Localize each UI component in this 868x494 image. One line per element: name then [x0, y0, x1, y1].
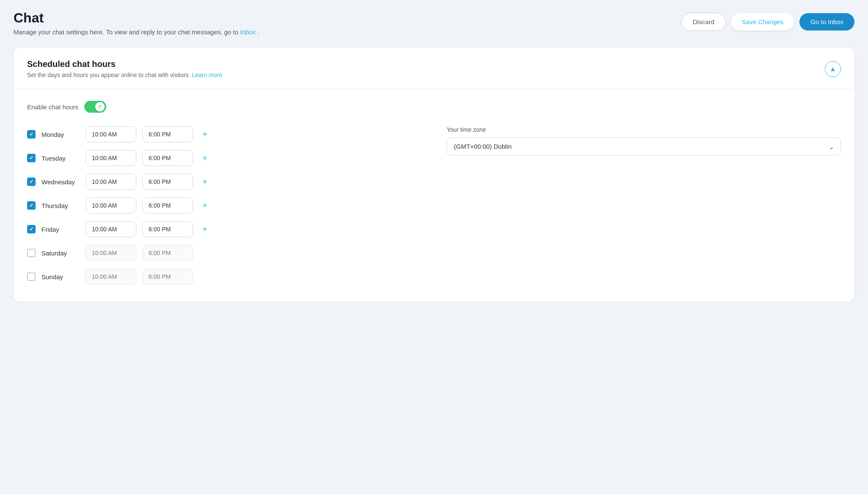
end-time-saturday [142, 245, 193, 261]
inbox-link[interactable]: Inbox [240, 28, 256, 36]
timezone-select[interactable]: (GMT+00:00) Dublin [447, 137, 841, 155]
day-checkbox-sunday[interactable] [27, 272, 36, 281]
day-row: ✓Tuesday+ [27, 150, 421, 166]
toggle-track: ✓ [84, 101, 106, 113]
page-title: Chat [14, 10, 259, 26]
day-name-monday: Monday [41, 131, 80, 138]
day-row: ✓Wednesday+ [27, 174, 421, 190]
subtitle-text: Manage your chat settings here. To view … [14, 28, 238, 36]
start-time-saturday [86, 245, 136, 261]
page-subtitle: Manage your chat settings here. To view … [14, 28, 259, 36]
card-header-text: Scheduled chat hours Set the days and ho… [27, 59, 222, 78]
add-time-tuesday[interactable]: + [199, 152, 211, 164]
start-time-wednesday[interactable] [86, 174, 136, 190]
enable-chat-hours-toggle[interactable]: ✓ [84, 101, 106, 113]
end-time-thursday[interactable] [142, 197, 193, 214]
card-header: Scheduled chat hours Set the days and ho… [14, 47, 854, 89]
start-time-tuesday[interactable] [86, 150, 136, 166]
day-checkbox-monday[interactable]: ✓ [27, 130, 36, 139]
end-time-sunday [142, 269, 193, 285]
schedule-grid: ✓Monday+✓Tuesday+✓Wednesday+✓Thursday+✓F… [27, 126, 841, 285]
day-name-saturday: Saturday [41, 250, 80, 257]
page-header: Chat Manage your chat settings here. To … [14, 10, 854, 36]
toggle-label: Enable chat hours [27, 103, 78, 111]
toggle-check-icon: ✓ [98, 104, 102, 110]
chevron-up-icon: ▲ [829, 65, 836, 73]
checkbox-check-icon: ✓ [29, 203, 33, 208]
discard-button[interactable]: Discard [681, 13, 726, 31]
timezone-label: Your time zone [447, 126, 841, 133]
toggle-thumb: ✓ [95, 102, 105, 111]
header-actions: Discard Save Changes Go to Inbox [681, 13, 854, 31]
scheduled-chat-hours-card: Scheduled chat hours Set the days and ho… [14, 47, 854, 302]
enable-chat-hours-row: Enable chat hours ✓ [27, 101, 841, 113]
checkbox-check-icon: ✓ [29, 179, 33, 185]
day-row: Sunday [27, 269, 421, 285]
end-time-monday[interactable] [142, 126, 193, 142]
day-checkbox-wednesday[interactable]: ✓ [27, 178, 36, 186]
checkbox-check-icon: ✓ [29, 155, 33, 161]
timezone-select-wrapper: (GMT+00:00) Dublin [447, 137, 841, 155]
card-subtitle: Set the days and hours you appear online… [27, 72, 222, 78]
end-time-tuesday[interactable] [142, 150, 193, 166]
day-name-friday: Friday [41, 226, 80, 233]
day-row: Saturday [27, 245, 421, 261]
timezone-section: Your time zone (GMT+00:00) Dublin [447, 126, 841, 285]
card-subtitle-text: Set the days and hours you appear online… [27, 72, 190, 78]
start-time-sunday [86, 269, 136, 285]
add-time-thursday[interactable]: + [199, 200, 211, 211]
add-time-friday[interactable]: + [199, 223, 211, 235]
start-time-monday[interactable] [86, 126, 136, 142]
start-time-friday[interactable] [86, 221, 136, 237]
go-to-inbox-button[interactable]: Go to Inbox [799, 13, 854, 31]
learn-more-link[interactable]: Learn more [192, 72, 222, 78]
day-name-thursday: Thursday [41, 202, 80, 209]
collapse-button[interactable]: ▲ [825, 61, 841, 77]
day-checkbox-saturday[interactable] [27, 249, 36, 257]
day-checkbox-friday[interactable]: ✓ [27, 225, 36, 233]
end-time-wednesday[interactable] [142, 174, 193, 190]
subtitle-end: . [257, 28, 259, 36]
day-checkbox-tuesday[interactable]: ✓ [27, 154, 36, 162]
add-time-wednesday[interactable]: + [199, 176, 211, 188]
end-time-friday[interactable] [142, 221, 193, 237]
save-changes-button[interactable]: Save Changes [731, 13, 794, 31]
card-title: Scheduled chat hours [27, 59, 222, 69]
checkbox-check-icon: ✓ [29, 226, 33, 232]
day-name-sunday: Sunday [41, 273, 80, 280]
day-name-wednesday: Wednesday [41, 178, 80, 186]
card-body: Enable chat hours ✓ ✓Monday+✓Tuesday+✓We… [14, 89, 854, 302]
day-row: ✓Thursday+ [27, 197, 421, 214]
add-time-monday[interactable]: + [199, 128, 211, 140]
day-name-tuesday: Tuesday [41, 155, 80, 162]
day-row: ✓Friday+ [27, 221, 421, 237]
day-row: ✓Monday+ [27, 126, 421, 142]
schedule-days: ✓Monday+✓Tuesday+✓Wednesday+✓Thursday+✓F… [27, 126, 421, 285]
day-checkbox-thursday[interactable]: ✓ [27, 201, 36, 210]
checkbox-check-icon: ✓ [29, 131, 33, 137]
title-area: Chat Manage your chat settings here. To … [14, 10, 259, 36]
start-time-thursday[interactable] [86, 197, 136, 214]
